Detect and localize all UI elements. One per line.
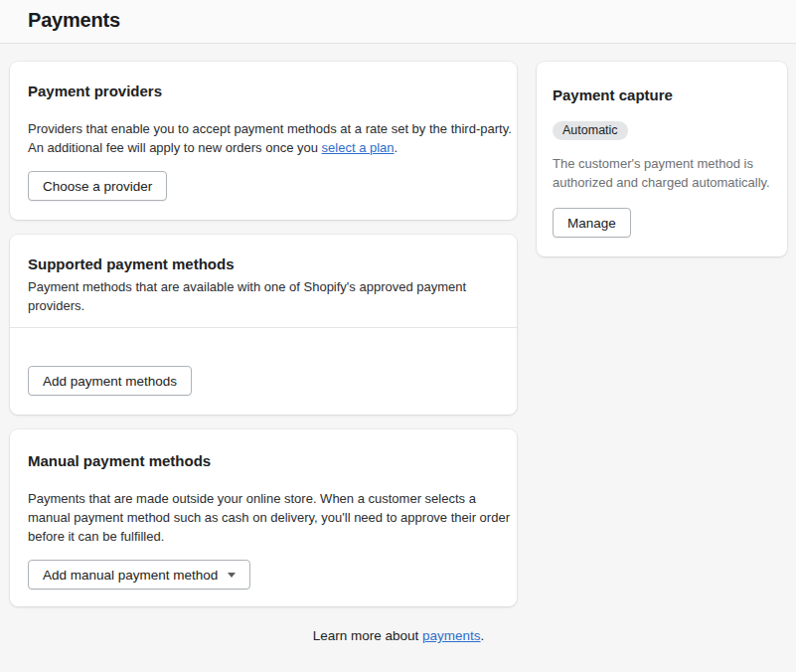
add-payment-methods-button[interactable]: Add payment methods xyxy=(28,366,192,396)
caret-down-icon xyxy=(228,573,236,578)
choose-provider-button[interactable]: Choose a provider xyxy=(28,171,167,201)
payment-capture-card: Payment capture Automatic The customer's… xyxy=(537,62,787,256)
manual-payment-methods-description: Payments that are made outside your onli… xyxy=(28,489,499,546)
left-column: Payment providers Providers that enable … xyxy=(10,62,517,606)
payments-link[interactable]: payments xyxy=(422,628,481,643)
right-column: Payment capture Automatic The customer's… xyxy=(537,62,787,256)
settings-content: Payment providers Providers that enable … xyxy=(10,62,787,606)
page-header: Payments xyxy=(0,0,796,44)
payment-capture-description: The customer's payment method is authori… xyxy=(553,154,771,192)
payment-providers-card: Payment providers Providers that enable … xyxy=(10,62,517,220)
manual-payment-methods-card: Manual payment methods Payments that are… xyxy=(10,429,517,606)
supported-payment-methods-description: Payment methods that are available with … xyxy=(28,277,499,315)
supported-payment-methods-card: Supported payment methods Payment method… xyxy=(10,235,517,415)
page-title: Payments xyxy=(28,6,768,34)
manual-payment-methods-title: Manual payment methods xyxy=(28,451,499,471)
payment-providers-title: Payment providers xyxy=(28,82,499,101)
automatic-status-badge: Automatic xyxy=(553,121,628,140)
add-manual-payment-method-button[interactable]: Add manual payment method xyxy=(28,560,250,589)
footer-note: Learn more about payments. xyxy=(10,626,787,645)
add-manual-payment-method-label: Add manual payment method xyxy=(43,568,218,583)
payment-capture-title: Payment capture xyxy=(553,85,771,105)
supported-payment-methods-title: Supported payment methods xyxy=(28,254,499,274)
supported-payment-methods-actions: Add payment methods xyxy=(10,328,517,415)
payment-providers-description: Providers that enable you to accept paym… xyxy=(28,119,499,157)
supported-payment-methods-header: Supported payment methods Payment method… xyxy=(10,235,517,327)
select-a-plan-link[interactable]: select a plan xyxy=(322,140,395,155)
manage-button[interactable]: Manage xyxy=(553,208,631,238)
